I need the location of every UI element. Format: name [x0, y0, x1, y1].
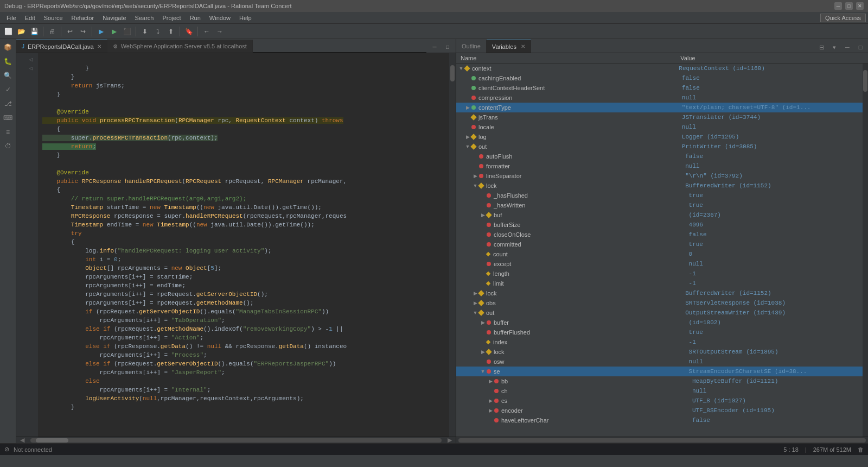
- vars-row-linesep[interactable]: ▶ lineSeparator "\r\n" (id=3792): [456, 171, 863, 181]
- tb-print-button[interactable]: 🖨: [46, 26, 58, 37]
- tab-maximize-button[interactable]: □: [442, 41, 454, 53]
- menu-navigate[interactable]: Navigate: [98, 14, 130, 22]
- tb-step-into-button[interactable]: ⬇: [139, 26, 151, 37]
- vars-row-clientcontext[interactable]: clientContextHeaderSent false: [456, 83, 863, 93]
- vars-row-buffersize[interactable]: bufferSize 4096: [456, 220, 863, 230]
- menu-window[interactable]: Window: [205, 14, 235, 22]
- quick-access-button[interactable]: Quick Access: [820, 14, 866, 22]
- gc-button[interactable]: 🗑: [858, 446, 864, 453]
- scrollbar-thumb[interactable]: [450, 65, 455, 81]
- vars-row-compression[interactable]: compression null: [456, 93, 863, 103]
- tb-redo-button[interactable]: ↪: [77, 26, 89, 37]
- tb-back-button[interactable]: ←: [201, 26, 213, 37]
- vars-row-except[interactable]: except null: [456, 259, 863, 269]
- vars-row-osw[interactable]: osw null: [456, 357, 863, 367]
- close-button[interactable]: ✕: [856, 2, 864, 10]
- vars-row-hasflushed[interactable]: _hasFlushed true: [456, 191, 863, 200]
- vars-row-locale[interactable]: locale null: [456, 122, 863, 132]
- expand-buf-icon[interactable]: ▶: [480, 212, 486, 218]
- menu-run[interactable]: Run: [186, 14, 205, 22]
- vars-row-bufferflushed[interactable]: bufferFlushed true: [456, 327, 863, 337]
- vars-row-autoflush[interactable]: autoFlush false: [456, 152, 863, 161]
- expand-encoder-icon[interactable]: ▶: [488, 408, 493, 413]
- vars-minimize-button[interactable]: ─: [842, 42, 853, 53]
- vars-vertical-scrollbar[interactable]: [863, 64, 868, 437]
- sidebar-debug-icon[interactable]: 🐛: [2, 55, 14, 67]
- menu-file[interactable]: File: [2, 14, 21, 22]
- tb-save-button[interactable]: 💾: [28, 26, 40, 37]
- tb-debug-button[interactable]: ▶: [95, 26, 107, 37]
- tab-websphere[interactable]: ⚙ WebSphere Application Server v8.5 at l…: [107, 40, 253, 53]
- vars-maximize-button[interactable]: □: [855, 42, 866, 53]
- vars-row-haswritten[interactable]: _hasWritten true: [456, 200, 863, 210]
- expand-linesep-icon[interactable]: ▶: [473, 173, 478, 179]
- expand-out-icon[interactable]: ▼: [465, 144, 470, 149]
- menu-search[interactable]: Search: [131, 14, 158, 22]
- sidebar-tasks-icon[interactable]: ✓: [2, 84, 14, 96]
- menu-help[interactable]: Help: [235, 14, 256, 22]
- vars-row-bb[interactable]: ▶ bb HeapByteBuffer (id=1121): [456, 376, 863, 386]
- vars-horizontal-scrollbar[interactable]: [456, 437, 868, 443]
- vars-row-jstrans[interactable]: jsTrans JSTranslater (id=3744): [456, 112, 863, 122]
- tb-run-button[interactable]: ▶: [108, 26, 120, 37]
- tab-minimize-button[interactable]: ─: [429, 41, 441, 53]
- vars-row-lock-out[interactable]: ▼ lock BufferedWriter (id=1152): [456, 181, 863, 191]
- tab-erpreports-ida[interactable]: J ERPReportsIDACall.java ✕: [16, 40, 107, 53]
- vars-row-lock2[interactable]: ▶ lock BufferedWriter (id=1152): [456, 288, 863, 298]
- vars-scrollbar-thumb[interactable]: [863, 70, 867, 92]
- menu-project[interactable]: Project: [158, 14, 185, 22]
- expand-cs-icon[interactable]: ▶: [488, 398, 493, 403]
- expand-buffer-icon[interactable]: ▶: [480, 320, 486, 325]
- vars-row-lock-out2[interactable]: ▶ lock SRTOutputStream (id=1895): [456, 347, 863, 357]
- code-area[interactable]: } } return jsTrans; } @Override public v…: [38, 53, 449, 437]
- vars-row-obs[interactable]: ▶ obs SRTServletResponse (id=1038): [456, 298, 863, 308]
- menu-source[interactable]: Source: [40, 14, 67, 22]
- vars-row-closeonclose[interactable]: closeOnClose false: [456, 230, 863, 239]
- editor-horizontal-scrollbar[interactable]: ◀ ▶: [16, 437, 456, 443]
- expand-context-icon[interactable]: ▼: [458, 66, 464, 71]
- expand-lock2-icon[interactable]: ▶: [473, 291, 478, 296]
- tb-bookmark-button[interactable]: 🔖: [183, 26, 195, 37]
- vars-row-encoder[interactable]: ▶ encoder UTF_8$Encoder (id=1195): [456, 406, 863, 415]
- vars-row-index[interactable]: index -1: [456, 337, 863, 347]
- vars-row-context[interactable]: ▼ context RequestContext (id=1168): [456, 64, 863, 73]
- sidebar-history-icon[interactable]: ⏱: [2, 140, 14, 152]
- vars-row-ch[interactable]: ch null: [456, 386, 863, 396]
- scrollbar-thumb-h[interactable]: [36, 438, 68, 443]
- vars-row-caching[interactable]: cachingEnabled false: [456, 73, 863, 83]
- vars-row-count[interactable]: count 0: [456, 249, 863, 259]
- expand-lock-out2-icon[interactable]: ▶: [480, 349, 486, 355]
- vars-row-length[interactable]: length -1: [456, 269, 863, 279]
- vars-collapse-all-button[interactable]: ⊟: [816, 42, 827, 53]
- scroll-right-button[interactable]: ▶: [444, 437, 456, 444]
- tb-stop-button[interactable]: ⬛: [121, 26, 133, 37]
- tb-undo-button[interactable]: ↩: [64, 26, 76, 37]
- tb-forward-button[interactable]: →: [214, 26, 226, 37]
- expand-lock-out-icon[interactable]: ▼: [473, 183, 478, 188]
- tb-open-button[interactable]: 📂: [15, 26, 27, 37]
- expand-contenttype-icon[interactable]: ▶: [465, 105, 470, 110]
- sidebar-git-icon[interactable]: ⎇: [2, 98, 14, 110]
- tab-outline[interactable]: Outline: [456, 40, 487, 53]
- tab-close-1[interactable]: ✕: [97, 43, 101, 49]
- sidebar-packages-icon[interactable]: 📦: [2, 41, 14, 53]
- vars-row-out[interactable]: ▼ out PrintWriter (id=3085): [456, 142, 863, 152]
- sidebar-outline-icon[interactable]: ≡: [2, 126, 14, 138]
- expand-se-icon[interactable]: ▼: [480, 369, 486, 374]
- scroll-left-button[interactable]: ◀: [16, 437, 28, 444]
- vars-row-haveleftover[interactable]: haveLeftoverChar false: [456, 415, 863, 425]
- sidebar-console-icon[interactable]: ⌨: [2, 112, 14, 124]
- vars-row-contenttype[interactable]: ▶ contentType "text/plain; charset=UTF-8…: [456, 103, 863, 112]
- minimize-button[interactable]: ─: [834, 2, 842, 10]
- maximize-button[interactable]: □: [845, 2, 853, 10]
- tab-close-vars[interactable]: ✕: [521, 43, 525, 49]
- expand-obs-icon[interactable]: ▶: [473, 300, 478, 306]
- sidebar-search-icon[interactable]: 🔍: [2, 70, 14, 81]
- expand-bb-icon[interactable]: ▶: [488, 378, 493, 384]
- vars-row-committed[interactable]: committed true: [456, 239, 863, 249]
- vars-row-cs[interactable]: ▶ cs UTF_8 (id=1027): [456, 396, 863, 406]
- editor-content[interactable]: ◁ ◁: [16, 53, 456, 437]
- expand-log-icon[interactable]: ▶: [465, 134, 470, 140]
- tb-step-return-button[interactable]: ⬆: [165, 26, 177, 37]
- vars-row-formatter[interactable]: formatter null: [456, 161, 863, 171]
